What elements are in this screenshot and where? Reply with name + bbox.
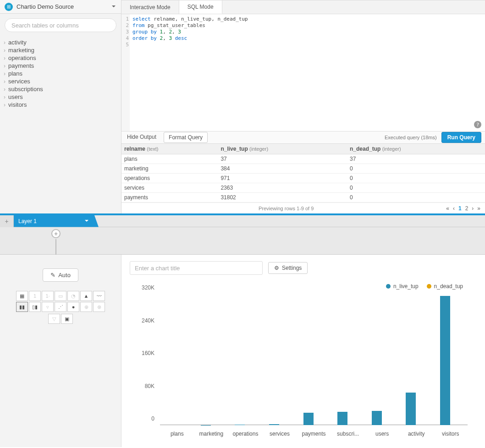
bar-group <box>365 294 399 425</box>
viz-pie-icon[interactable]: ◔ <box>67 291 79 301</box>
cell: plans <box>121 154 218 164</box>
chevron-right-icon: › <box>4 86 6 93</box>
viz-map-icon[interactable]: ⊗ <box>93 302 105 312</box>
layer-tab[interactable]: Layer 1 <box>14 215 99 227</box>
viz-filter-icon[interactable]: ▽ <box>48 314 60 324</box>
bar-group <box>434 294 468 425</box>
viz-table-icon[interactable]: ▦ <box>16 291 28 301</box>
viz-area-icon[interactable]: ▲ <box>80 291 92 301</box>
cell: services <box>121 183 218 193</box>
sql-code: select relname, n_live_tup, n_dead_tup f… <box>130 14 251 131</box>
viz-bullet-icon[interactable]: 1· <box>42 291 54 301</box>
bar-n_live_tup <box>269 424 279 425</box>
viz-scatter-icon[interactable]: ⋰ <box>55 302 66 312</box>
tree-label: payments <box>8 62 34 69</box>
page-2[interactable]: 2 <box>465 205 468 212</box>
viz-stacked-bar-icon[interactable]: ▯▮ <box>29 302 41 312</box>
page-1[interactable]: 1 <box>458 205 462 212</box>
hide-output-button[interactable]: Hide Output <box>125 132 158 143</box>
tree-label: operations <box>8 55 36 61</box>
tree-item-users[interactable]: ›users <box>3 93 118 101</box>
table-row: plans3737 <box>121 154 485 164</box>
viz-bar-icon[interactable]: ▮▮ <box>16 302 28 312</box>
x-label: subscri... <box>331 431 365 437</box>
data-source-selector[interactable]: ⊞ Chartio Demo Source <box>0 0 121 14</box>
table-row: marketing3840 <box>121 164 485 174</box>
legend-label-a: n_live_tup <box>393 283 419 290</box>
bar-n_live_tup <box>337 412 347 425</box>
caret-down-icon <box>85 220 88 224</box>
tree-item-marketing[interactable]: ›marketing <box>3 46 118 54</box>
viz-heatmap-icon[interactable]: ▣ <box>61 314 73 324</box>
legend-dot-a <box>386 284 391 289</box>
tree-item-services[interactable]: ›services <box>3 77 118 85</box>
chevron-right-icon: › <box>4 47 6 54</box>
viz-progress-icon[interactable]: ▭ <box>55 291 66 301</box>
x-label: plans <box>160 431 194 437</box>
chart-title-input[interactable] <box>130 261 263 275</box>
tab-interactive-mode[interactable]: Interactive Mode <box>121 0 179 14</box>
x-label: visitors <box>434 431 468 437</box>
tree-label: users <box>8 93 23 100</box>
col-n_dead_tup: n_dead_tup (integer) <box>347 144 485 154</box>
bar-group <box>331 294 365 425</box>
tree-label: plans <box>8 70 22 77</box>
bar-group <box>263 294 297 425</box>
y-tick: 80K <box>145 383 154 389</box>
tab-sql-mode[interactable]: SQL Mode <box>179 0 222 14</box>
chevron-right-icon: › <box>4 71 6 77</box>
viz-funnel-icon[interactable]: ▿ <box>42 302 54 312</box>
tree-item-plans[interactable]: ›plans <box>3 70 118 77</box>
cell: 2363 <box>218 183 347 193</box>
settings-label: Settings <box>282 265 302 271</box>
chart-settings-button[interactable]: ⚙ Settings <box>268 262 308 274</box>
page-next[interactable]: › <box>472 205 474 212</box>
exec-status: Executed query (18ms) <box>385 135 437 140</box>
tree-label: activity <box>8 39 27 46</box>
y-tick: 160K <box>142 350 154 356</box>
cell: 0 <box>347 193 485 202</box>
search-input[interactable] <box>5 18 116 32</box>
page-last[interactable]: » <box>477 205 480 212</box>
tree-item-operations[interactable]: ›operations <box>3 54 118 62</box>
viz-single-value-icon[interactable]: 1 <box>29 291 41 301</box>
format-query-button[interactable]: Format Query <box>164 132 208 143</box>
tree-item-visitors[interactable]: ›visitors <box>3 101 118 109</box>
caret-down-icon <box>112 5 116 9</box>
chevron-right-icon: › <box>4 55 6 61</box>
page-prev[interactable]: ‹ <box>453 205 455 212</box>
add-pipeline-step-button[interactable]: + <box>51 229 61 238</box>
sql-editor[interactable]: 12345 select relname, n_live_tup, n_dead… <box>121 14 485 131</box>
tree-item-payments[interactable]: ›payments <box>3 62 118 70</box>
results-table: relname (text)n_live_tup (integer)n_dead… <box>121 144 485 202</box>
tab-label: Interactive Mode <box>130 4 171 11</box>
pagination-status: Previewing rows 1-9 of 9 <box>126 206 446 211</box>
bar-n_live_tup <box>235 425 245 425</box>
viz-type-grid: ▦ 1 1· ▭ ◔ ▲ 〰 ▮▮ ▯▮ ▿ ⋰ ● ⊕ ⊗ <box>16 291 105 312</box>
viz-line-icon[interactable]: 〰 <box>93 291 105 301</box>
y-tick: 320K <box>142 284 154 291</box>
tab-label: SQL Mode <box>187 4 214 10</box>
table-row: services23630 <box>121 183 485 193</box>
x-label: payments <box>297 431 331 437</box>
col-relname: relname (text) <box>121 144 218 154</box>
run-query-button[interactable]: Run Query <box>441 132 481 143</box>
viz-bubble-icon[interactable]: ● <box>67 302 79 312</box>
add-layer-button[interactable]: + <box>0 215 14 227</box>
cell: 971 <box>218 174 347 183</box>
viz-globe-icon[interactable]: ⊕ <box>80 302 92 312</box>
chevron-right-icon: › <box>4 63 6 69</box>
tree-label: visitors <box>8 101 27 108</box>
tree-item-subscriptions[interactable]: ›subscriptions <box>3 85 118 93</box>
tree-label: subscriptions <box>8 86 43 93</box>
help-icon[interactable]: ? <box>474 121 481 128</box>
x-label: services <box>263 431 297 437</box>
bar-chart: 080K160K240K320K plansmarketingoperation… <box>134 294 468 443</box>
chevron-right-icon: › <box>4 102 6 108</box>
tree-item-activity[interactable]: ›activity <box>3 38 118 46</box>
bar-group <box>228 294 263 425</box>
auto-viz-button[interactable]: ✎ Auto <box>43 268 78 282</box>
table-row: payments318020 <box>121 193 485 202</box>
page-first[interactable]: « <box>446 205 449 212</box>
source-name: Chartio Demo Source <box>17 3 74 10</box>
